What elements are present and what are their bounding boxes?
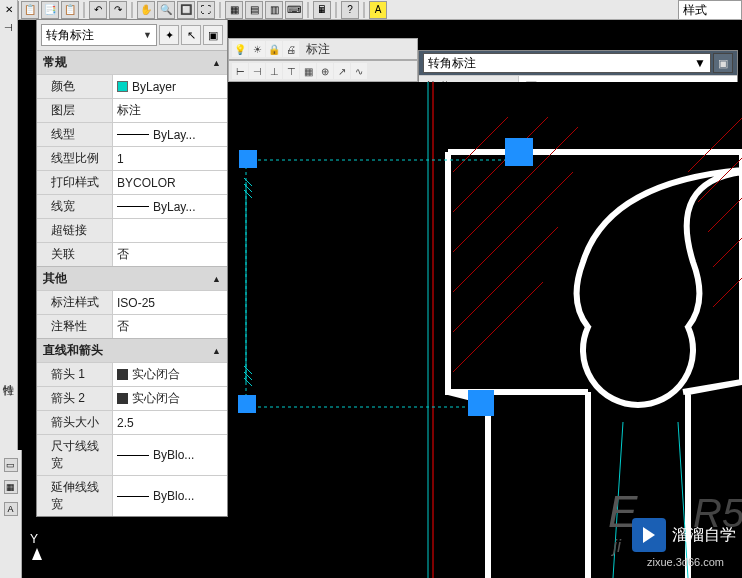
dim-icon[interactable]: ⊤: [283, 63, 299, 79]
dim-icon[interactable]: ⊣: [249, 63, 265, 79]
layer-toolbar: 💡 ☀ 🔒 🖨 标注: [228, 38, 418, 60]
arrow-preview-icon: [117, 393, 128, 404]
lightbulb-icon[interactable]: 💡: [232, 41, 248, 57]
layer-name[interactable]: 标注: [306, 41, 330, 58]
svg-line-7: [453, 282, 543, 372]
lineweight-preview-icon: [117, 455, 149, 456]
prop-row-color[interactable]: 颜色 ByLayer: [37, 74, 227, 98]
prop-row-dimstyle[interactable]: 标注样式 ISO-25: [37, 290, 227, 314]
prop-row-arrow1[interactable]: 箭头 1 实心闭合: [37, 362, 227, 386]
text-style-icon[interactable]: A: [369, 1, 387, 19]
dim-icon[interactable]: ⊕: [317, 63, 333, 79]
quick-select-icon[interactable]: ✦: [159, 25, 179, 45]
prop-value[interactable]: BYCOLOR: [113, 171, 227, 194]
tool-icon[interactable]: A: [4, 502, 18, 516]
prop-row-anno[interactable]: 注释性 否: [37, 314, 227, 338]
close-icon[interactable]: ✕: [2, 4, 16, 18]
dim-icon[interactable]: ▦: [300, 63, 316, 79]
options-icon[interactable]: ▣: [713, 53, 733, 73]
prop-label: 注释性: [37, 315, 113, 338]
prop-value[interactable]: 实心闭合: [113, 387, 227, 410]
svg-line-3: [453, 117, 548, 212]
object-type-dropdown[interactable]: 转角标注 ▼: [41, 24, 157, 46]
svg-line-8: [688, 118, 742, 172]
prop-value[interactable]: 否: [113, 315, 227, 338]
tool-icon[interactable]: ▦: [4, 480, 18, 494]
dim-icon[interactable]: ∿: [351, 63, 367, 79]
tool-icon[interactable]: 📋: [61, 1, 79, 19]
prop-value[interactable]: ByBlo...: [113, 435, 227, 475]
prop-value[interactable]: 否: [113, 243, 227, 266]
prop-label: 箭头大小: [37, 411, 113, 434]
prop-row-linetype[interactable]: 线型 ByLay...: [37, 122, 227, 146]
prop-value[interactable]: 实心闭合: [113, 363, 227, 386]
calc-icon[interactable]: 🖩: [313, 1, 331, 19]
toggle-pickadd-icon[interactable]: ▣: [203, 25, 223, 45]
prop-row-arrow2[interactable]: 箭头 2 实心闭合: [37, 386, 227, 410]
zoom-window-icon[interactable]: 🔲: [177, 1, 195, 19]
sun-icon[interactable]: ☀: [249, 41, 265, 57]
separator: [131, 2, 133, 18]
prop-value[interactable]: 标注: [113, 99, 227, 122]
prop-value[interactable]: ByBlo...: [113, 476, 227, 516]
tool-icon[interactable]: 📑: [41, 1, 59, 19]
help-icon[interactable]: ?: [341, 1, 359, 19]
selection-grip[interactable]: [505, 138, 533, 166]
zoom-extents-icon[interactable]: ⛶: [197, 1, 215, 19]
chevron-down-icon: ▼: [143, 30, 152, 40]
style-dropdown[interactable]: 样式: [678, 0, 742, 20]
zoom-icon[interactable]: 🔍: [157, 1, 175, 19]
prop-row-dimlw[interactable]: 尺寸线线宽 ByBlo...: [37, 434, 227, 475]
tool-icon[interactable]: ⌨: [285, 1, 303, 19]
prop-row-extlw[interactable]: 延伸线线宽 ByBlo...: [37, 475, 227, 516]
drawing-canvas[interactable]: E R5 ji: [228, 82, 742, 578]
group-title: 直线和箭头: [43, 342, 103, 359]
dim-icon[interactable]: ⊢: [232, 63, 248, 79]
prop-row-plotstyle[interactable]: 打印样式 BYCOLOR: [37, 170, 227, 194]
prop-row-lineweight[interactable]: 线宽 ByLay...: [37, 194, 227, 218]
properties-header: 转角标注 ▼ ✦ ↖ ▣: [37, 20, 227, 50]
prop-value[interactable]: ByLayer: [113, 75, 227, 98]
tool-icon[interactable]: ▥: [265, 1, 283, 19]
undo-icon[interactable]: ↶: [89, 1, 107, 19]
prop-value[interactable]: 2.5: [113, 411, 227, 434]
prop-value[interactable]: ISO-25: [113, 291, 227, 314]
pan-icon[interactable]: ✋: [137, 1, 155, 19]
arrow-up-icon: [32, 548, 42, 560]
lineweight-preview-icon: [117, 496, 149, 497]
dim-icon[interactable]: ⊥: [266, 63, 282, 79]
separator: [219, 2, 221, 18]
tool-icon[interactable]: ▦: [225, 1, 243, 19]
selection-grip[interactable]: [468, 390, 494, 416]
svg-line-12: [713, 278, 742, 307]
prop-label: 关联: [37, 243, 113, 266]
arrow-preview-icon: [117, 369, 128, 380]
prop-value[interactable]: 1: [113, 147, 227, 170]
group-misc-header[interactable]: 其他 ▲: [37, 266, 227, 290]
group-lines-header[interactable]: 直线和箭头 ▲: [37, 338, 227, 362]
redo-icon[interactable]: ↷: [109, 1, 127, 19]
tool-icon[interactable]: ▭: [4, 458, 18, 472]
prop-row-ltscale[interactable]: 线型比例 1: [37, 146, 227, 170]
prop-value[interactable]: ByLay...: [113, 195, 227, 218]
selection-grip[interactable]: [239, 150, 257, 168]
prop-row-layer[interactable]: 图层 标注: [37, 98, 227, 122]
pin-icon[interactable]: ⊣: [2, 22, 16, 36]
play-icon: [632, 518, 666, 552]
prop-value[interactable]: ByLay...: [113, 123, 227, 146]
tool-icon[interactable]: ▤: [245, 1, 263, 19]
separator: [307, 2, 309, 18]
object-type-dropdown[interactable]: 转角标注 ▼: [423, 53, 711, 73]
prop-row-arrowsize[interactable]: 箭头大小 2.5: [37, 410, 227, 434]
prop-value[interactable]: [113, 219, 227, 242]
select-objects-icon[interactable]: ↖: [181, 25, 201, 45]
dim-icon[interactable]: ↗: [334, 63, 350, 79]
selection-grip[interactable]: [238, 395, 256, 413]
tool-icon[interactable]: 📋: [21, 1, 39, 19]
group-general-header[interactable]: 常规 ▲: [37, 50, 227, 74]
print-icon[interactable]: 🖨: [283, 41, 299, 57]
prop-row-hyperlink[interactable]: 超链接: [37, 218, 227, 242]
lock-icon[interactable]: 🔒: [266, 41, 282, 57]
prop-row-assoc[interactable]: 关联 否: [37, 242, 227, 266]
ucs-y-label: Y: [30, 532, 38, 546]
